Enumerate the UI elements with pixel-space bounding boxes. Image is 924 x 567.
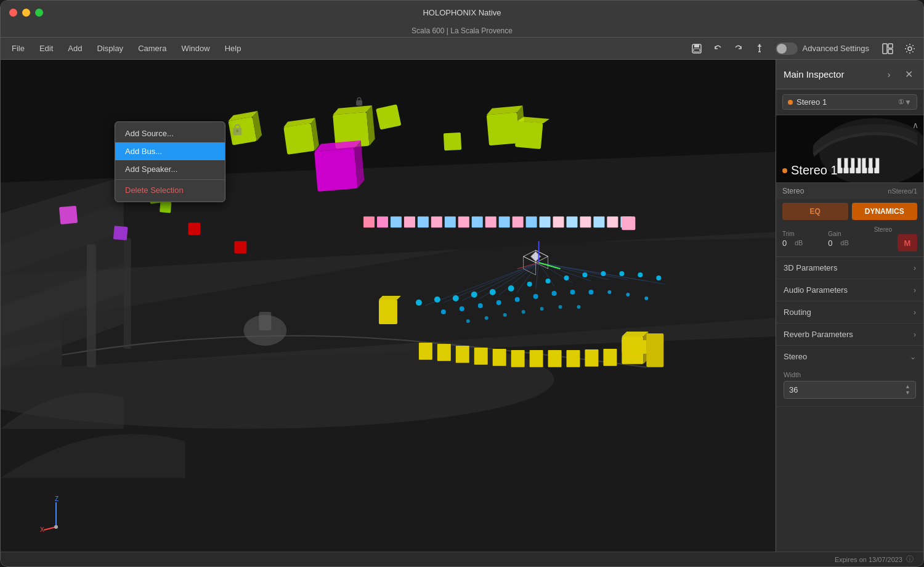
svg-point-149 bbox=[54, 525, 58, 529]
svg-rect-30 bbox=[376, 104, 401, 129]
svg-text:X: X bbox=[40, 526, 44, 533]
svg-point-95 bbox=[626, 293, 630, 296]
redo-button[interactable] bbox=[730, 40, 747, 57]
svg-rect-61 bbox=[567, 216, 578, 227]
stereo-large-label: Stereo 1 bbox=[791, 163, 838, 177]
menu-camera[interactable]: Camera bbox=[132, 41, 172, 55]
3d-parameters-row[interactable]: 3D Parameters › bbox=[776, 257, 923, 279]
menu-edit[interactable]: Edit bbox=[33, 41, 59, 55]
menu-bar: File Edit Add Display Camera Window Help bbox=[1, 38, 923, 60]
info-icon: ⓘ bbox=[906, 554, 914, 565]
reverb-parameters-chevron-icon: › bbox=[914, 330, 916, 339]
svg-rect-144 bbox=[356, 100, 362, 106]
svg-rect-124 bbox=[437, 344, 451, 361]
svg-rect-66 bbox=[622, 216, 635, 230]
axis-widget: Z X bbox=[38, 496, 75, 533]
source-number: ① bbox=[898, 98, 904, 106]
svg-rect-2 bbox=[694, 49, 700, 52]
inspector-header: Main Inspector › ✕ bbox=[776, 60, 923, 89]
svg-rect-130 bbox=[548, 350, 562, 367]
svg-rect-37 bbox=[314, 149, 357, 192]
menu-add[interactable]: Add bbox=[62, 41, 88, 55]
svg-rect-47 bbox=[377, 216, 388, 227]
svg-rect-138 bbox=[622, 339, 633, 353]
close-button[interactable] bbox=[9, 9, 17, 17]
minimize-button[interactable] bbox=[22, 9, 30, 17]
routing-chevron-icon: › bbox=[914, 308, 916, 317]
svg-rect-133 bbox=[603, 349, 617, 366]
trim-label: Trim bbox=[782, 230, 795, 237]
svg-rect-57 bbox=[513, 216, 524, 227]
add-speaker-item[interactable]: Add Speaker... bbox=[115, 160, 225, 178]
svg-rect-123 bbox=[419, 343, 432, 360]
svg-point-90 bbox=[533, 294, 538, 299]
inspector-close-button[interactable]: ✕ bbox=[901, 67, 916, 82]
svg-rect-161 bbox=[854, 158, 857, 168]
svg-rect-125 bbox=[456, 346, 469, 363]
svg-rect-42 bbox=[188, 222, 201, 235]
layout-button[interactable] bbox=[879, 40, 896, 57]
add-source-item[interactable]: Add Source... bbox=[115, 124, 225, 142]
svg-rect-55 bbox=[485, 216, 496, 227]
viewport[interactable]: Add Source... Add Bus... Add Speaker... … bbox=[1, 60, 776, 552]
svg-rect-131 bbox=[567, 350, 580, 367]
width-label: Width bbox=[784, 371, 916, 378]
reverb-parameters-label: Reverb Parameters bbox=[784, 330, 853, 339]
width-control: Width 36 ▲ ▼ bbox=[776, 367, 923, 406]
svg-rect-54 bbox=[472, 216, 483, 227]
advanced-settings-label: Advanced Settings bbox=[803, 44, 869, 53]
piano-thumbnail: Stereo 1 ∧ bbox=[776, 115, 923, 183]
inspector-scrollable-content[interactable]: Stereo nStereo/1 EQ DYNAMICS Trim 0 dB bbox=[776, 183, 923, 552]
svg-rect-162 bbox=[865, 158, 869, 168]
pin-button[interactable] bbox=[751, 40, 768, 57]
audio-parameters-row[interactable]: Audio Parameters › bbox=[776, 279, 923, 301]
width-down-arrow-icon[interactable]: ▼ bbox=[905, 390, 910, 396]
3d-parameters-chevron-icon: › bbox=[914, 264, 916, 272]
svg-rect-141 bbox=[259, 312, 271, 330]
svg-point-98 bbox=[485, 316, 488, 320]
advanced-settings-toggle[interactable] bbox=[776, 43, 798, 55]
menu-display[interactable]: Display bbox=[91, 41, 130, 55]
width-arrows[interactable]: ▲ ▼ bbox=[905, 384, 910, 396]
inspector-nav-button[interactable]: › bbox=[881, 67, 896, 82]
menu-window[interactable]: Window bbox=[175, 41, 216, 55]
routing-row[interactable]: Routing › bbox=[776, 301, 923, 324]
svg-point-102 bbox=[559, 305, 562, 309]
gain-value: 0 bbox=[828, 239, 839, 248]
svg-rect-62 bbox=[580, 216, 591, 227]
stereo-section: Stereo ⌄ Width 36 ▲ ▼ bbox=[776, 346, 923, 407]
context-menu: Add Source... Add Bus... Add Speaker... … bbox=[115, 121, 225, 202]
svg-rect-128 bbox=[511, 350, 525, 367]
svg-rect-46 bbox=[363, 216, 375, 227]
collapse-piano-button[interactable]: ∧ bbox=[912, 120, 918, 130]
settings-gear-button[interactable] bbox=[901, 40, 918, 57]
stereo-m-button[interactable]: M bbox=[898, 234, 917, 251]
gain-label: Gain bbox=[828, 230, 841, 237]
svg-rect-36 bbox=[444, 133, 461, 150]
menu-file[interactable]: File bbox=[6, 41, 31, 55]
maximize-button[interactable] bbox=[35, 9, 43, 17]
stereo-section-header[interactable]: Stereo ⌄ bbox=[776, 346, 923, 367]
trim-value-row: 0 dB bbox=[782, 239, 803, 248]
eq-button[interactable]: EQ bbox=[782, 203, 848, 220]
svg-rect-127 bbox=[493, 349, 506, 366]
gain-strip: Trim 0 dB Gain 0 dB bbox=[776, 224, 923, 256]
svg-rect-31 bbox=[487, 112, 520, 145]
inspector-title: Main Inspector bbox=[784, 69, 877, 80]
width-up-arrow-icon[interactable]: ▲ bbox=[905, 384, 910, 390]
save-button[interactable] bbox=[688, 40, 705, 57]
subtitle-bar: Scala 600 | La Scala Provence bbox=[1, 24, 923, 38]
svg-point-71 bbox=[416, 300, 422, 306]
source-dropdown[interactable]: Stereo 1 ① ▼ bbox=[782, 94, 917, 110]
undo-button[interactable] bbox=[709, 40, 726, 57]
reverb-parameters-row[interactable]: Reverb Parameters › bbox=[776, 324, 923, 346]
svg-rect-163 bbox=[872, 158, 875, 168]
content-area: Add Source... Add Bus... Add Speaker... … bbox=[1, 60, 923, 552]
add-bus-item[interactable]: Add Bus... bbox=[115, 142, 225, 160]
svg-rect-52 bbox=[445, 216, 456, 227]
delete-selection-item[interactable]: Delete Selection bbox=[115, 181, 225, 199]
dynamics-button[interactable]: DYNAMICS bbox=[852, 203, 918, 220]
menu-help[interactable]: Help bbox=[219, 41, 248, 55]
context-menu-divider bbox=[115, 179, 225, 180]
svg-rect-121 bbox=[379, 300, 397, 324]
